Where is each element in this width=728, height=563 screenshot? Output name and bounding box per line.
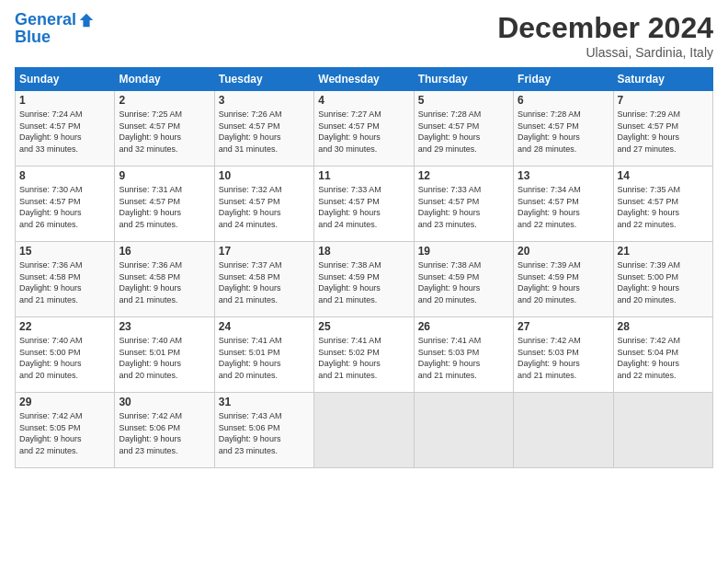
logo: General Blue bbox=[15, 11, 95, 47]
day-cell: 31Sunrise: 7:43 AM Sunset: 5:06 PM Dayli… bbox=[214, 393, 313, 468]
logo-icon bbox=[78, 12, 95, 29]
week-row-4: 22Sunrise: 7:40 AM Sunset: 5:00 PM Dayli… bbox=[16, 317, 713, 393]
day-cell: 12Sunrise: 7:33 AM Sunset: 4:57 PM Dayli… bbox=[414, 167, 513, 242]
day-info: Sunrise: 7:36 AM Sunset: 4:58 PM Dayligh… bbox=[119, 259, 210, 305]
day-cell: 18Sunrise: 7:38 AM Sunset: 4:59 PM Dayli… bbox=[314, 242, 414, 317]
day-info: Sunrise: 7:33 AM Sunset: 4:57 PM Dayligh… bbox=[418, 184, 509, 230]
day-info: Sunrise: 7:29 AM Sunset: 4:57 PM Dayligh… bbox=[618, 109, 709, 155]
day-info: Sunrise: 7:28 AM Sunset: 4:57 PM Dayligh… bbox=[518, 109, 609, 155]
day-number: 23 bbox=[119, 320, 210, 333]
day-info: Sunrise: 7:41 AM Sunset: 5:02 PM Dayligh… bbox=[318, 335, 409, 381]
day-number: 22 bbox=[19, 320, 110, 333]
day-cell: 13Sunrise: 7:34 AM Sunset: 4:57 PM Dayli… bbox=[514, 167, 613, 242]
day-info: Sunrise: 7:34 AM Sunset: 4:57 PM Dayligh… bbox=[518, 184, 609, 230]
day-info: Sunrise: 7:33 AM Sunset: 4:57 PM Dayligh… bbox=[318, 184, 409, 230]
day-cell: 22Sunrise: 7:40 AM Sunset: 5:00 PM Dayli… bbox=[16, 317, 115, 393]
day-cell: 2Sunrise: 7:25 AM Sunset: 4:57 PM Daylig… bbox=[115, 91, 214, 167]
day-info: Sunrise: 7:40 AM Sunset: 5:00 PM Dayligh… bbox=[19, 335, 110, 381]
day-number: 9 bbox=[119, 169, 210, 182]
day-cell: 21Sunrise: 7:39 AM Sunset: 5:00 PM Dayli… bbox=[613, 242, 712, 317]
header: General Blue December 2024 Ulassai, Sard… bbox=[15, 11, 713, 60]
day-number: 6 bbox=[518, 94, 609, 107]
day-cell: 3Sunrise: 7:26 AM Sunset: 4:57 PM Daylig… bbox=[214, 91, 313, 167]
day-cell: 10Sunrise: 7:32 AM Sunset: 4:57 PM Dayli… bbox=[214, 167, 313, 242]
day-cell: 23Sunrise: 7:40 AM Sunset: 5:01 PM Dayli… bbox=[115, 317, 214, 393]
weekday-tuesday: Tuesday bbox=[214, 68, 313, 91]
day-info: Sunrise: 7:41 AM Sunset: 5:03 PM Dayligh… bbox=[418, 335, 509, 381]
day-number: 24 bbox=[219, 320, 310, 333]
day-info: Sunrise: 7:39 AM Sunset: 4:59 PM Dayligh… bbox=[518, 259, 609, 305]
svg-marker-0 bbox=[80, 14, 93, 27]
weekday-wednesday: Wednesday bbox=[314, 68, 414, 91]
weekday-header-row: SundayMondayTuesdayWednesdayThursdayFrid… bbox=[16, 68, 713, 91]
day-number: 20 bbox=[518, 245, 609, 258]
day-cell: 19Sunrise: 7:38 AM Sunset: 4:59 PM Dayli… bbox=[414, 242, 513, 317]
day-cell: 9Sunrise: 7:31 AM Sunset: 4:57 PM Daylig… bbox=[115, 167, 214, 242]
weekday-friday: Friday bbox=[514, 68, 613, 91]
day-cell: 11Sunrise: 7:33 AM Sunset: 4:57 PM Dayli… bbox=[314, 167, 414, 242]
day-number: 21 bbox=[618, 245, 709, 258]
day-cell bbox=[314, 393, 414, 468]
day-cell: 1Sunrise: 7:24 AM Sunset: 4:57 PM Daylig… bbox=[16, 91, 115, 167]
weekday-thursday: Thursday bbox=[414, 68, 513, 91]
day-info: Sunrise: 7:42 AM Sunset: 5:03 PM Dayligh… bbox=[518, 335, 609, 381]
day-number: 13 bbox=[518, 169, 609, 182]
day-number: 4 bbox=[318, 94, 409, 107]
day-info: Sunrise: 7:27 AM Sunset: 4:57 PM Dayligh… bbox=[318, 109, 409, 155]
day-number: 15 bbox=[19, 245, 110, 258]
day-cell: 5Sunrise: 7:28 AM Sunset: 4:57 PM Daylig… bbox=[414, 91, 513, 167]
week-row-3: 15Sunrise: 7:36 AM Sunset: 4:58 PM Dayli… bbox=[16, 242, 713, 317]
day-cell: 29Sunrise: 7:42 AM Sunset: 5:05 PM Dayli… bbox=[16, 393, 115, 468]
week-row-5: 29Sunrise: 7:42 AM Sunset: 5:05 PM Dayli… bbox=[16, 393, 713, 468]
weekday-saturday: Saturday bbox=[613, 68, 712, 91]
calendar-container: General Blue December 2024 Ulassai, Sard… bbox=[0, 0, 728, 476]
day-number: 11 bbox=[318, 169, 409, 182]
day-number: 14 bbox=[618, 169, 709, 182]
weekday-sunday: Sunday bbox=[16, 68, 115, 91]
day-cell: 6Sunrise: 7:28 AM Sunset: 4:57 PM Daylig… bbox=[514, 91, 613, 167]
day-number: 25 bbox=[318, 320, 409, 333]
logo-text: General bbox=[15, 11, 76, 29]
day-info: Sunrise: 7:37 AM Sunset: 4:58 PM Dayligh… bbox=[219, 259, 310, 305]
day-info: Sunrise: 7:24 AM Sunset: 4:57 PM Dayligh… bbox=[19, 109, 110, 155]
day-number: 3 bbox=[219, 94, 310, 107]
day-number: 18 bbox=[318, 245, 409, 258]
day-info: Sunrise: 7:38 AM Sunset: 4:59 PM Dayligh… bbox=[418, 259, 509, 305]
day-cell: 15Sunrise: 7:36 AM Sunset: 4:58 PM Dayli… bbox=[16, 242, 115, 317]
day-info: Sunrise: 7:42 AM Sunset: 5:05 PM Dayligh… bbox=[19, 410, 110, 456]
day-info: Sunrise: 7:38 AM Sunset: 4:59 PM Dayligh… bbox=[318, 259, 409, 305]
calendar-body: 1Sunrise: 7:24 AM Sunset: 4:57 PM Daylig… bbox=[16, 91, 713, 468]
day-number: 7 bbox=[618, 94, 709, 107]
day-info: Sunrise: 7:28 AM Sunset: 4:57 PM Dayligh… bbox=[418, 109, 509, 155]
day-number: 5 bbox=[418, 94, 509, 107]
day-number: 16 bbox=[119, 245, 210, 258]
day-cell: 17Sunrise: 7:37 AM Sunset: 4:58 PM Dayli… bbox=[214, 242, 313, 317]
day-cell: 14Sunrise: 7:35 AM Sunset: 4:57 PM Dayli… bbox=[613, 167, 712, 242]
day-number: 30 bbox=[119, 396, 210, 408]
day-number: 17 bbox=[219, 245, 310, 258]
day-info: Sunrise: 7:40 AM Sunset: 5:01 PM Dayligh… bbox=[119, 335, 210, 381]
day-cell: 4Sunrise: 7:27 AM Sunset: 4:57 PM Daylig… bbox=[314, 91, 414, 167]
day-cell: 20Sunrise: 7:39 AM Sunset: 4:59 PM Dayli… bbox=[514, 242, 613, 317]
day-info: Sunrise: 7:41 AM Sunset: 5:01 PM Dayligh… bbox=[219, 335, 310, 381]
day-cell: 28Sunrise: 7:42 AM Sunset: 5:04 PM Dayli… bbox=[613, 317, 712, 393]
day-info: Sunrise: 7:30 AM Sunset: 4:57 PM Dayligh… bbox=[19, 184, 110, 230]
day-number: 28 bbox=[618, 320, 709, 333]
day-number: 26 bbox=[418, 320, 509, 333]
day-info: Sunrise: 7:42 AM Sunset: 5:04 PM Dayligh… bbox=[618, 335, 709, 381]
day-cell: 25Sunrise: 7:41 AM Sunset: 5:02 PM Dayli… bbox=[314, 317, 414, 393]
day-number: 8 bbox=[19, 169, 110, 182]
day-number: 29 bbox=[19, 396, 110, 408]
day-info: Sunrise: 7:32 AM Sunset: 4:57 PM Dayligh… bbox=[219, 184, 310, 230]
day-info: Sunrise: 7:42 AM Sunset: 5:06 PM Dayligh… bbox=[119, 410, 210, 456]
day-cell bbox=[414, 393, 513, 468]
day-info: Sunrise: 7:26 AM Sunset: 4:57 PM Dayligh… bbox=[219, 109, 310, 155]
day-number: 2 bbox=[119, 94, 210, 107]
day-info: Sunrise: 7:43 AM Sunset: 5:06 PM Dayligh… bbox=[219, 410, 310, 456]
day-cell: 27Sunrise: 7:42 AM Sunset: 5:03 PM Dayli… bbox=[514, 317, 613, 393]
week-row-1: 1Sunrise: 7:24 AM Sunset: 4:57 PM Daylig… bbox=[16, 91, 713, 167]
day-number: 1 bbox=[19, 94, 110, 107]
day-cell: 8Sunrise: 7:30 AM Sunset: 4:57 PM Daylig… bbox=[16, 167, 115, 242]
day-cell: 7Sunrise: 7:29 AM Sunset: 4:57 PM Daylig… bbox=[613, 91, 712, 167]
day-number: 31 bbox=[219, 396, 310, 408]
